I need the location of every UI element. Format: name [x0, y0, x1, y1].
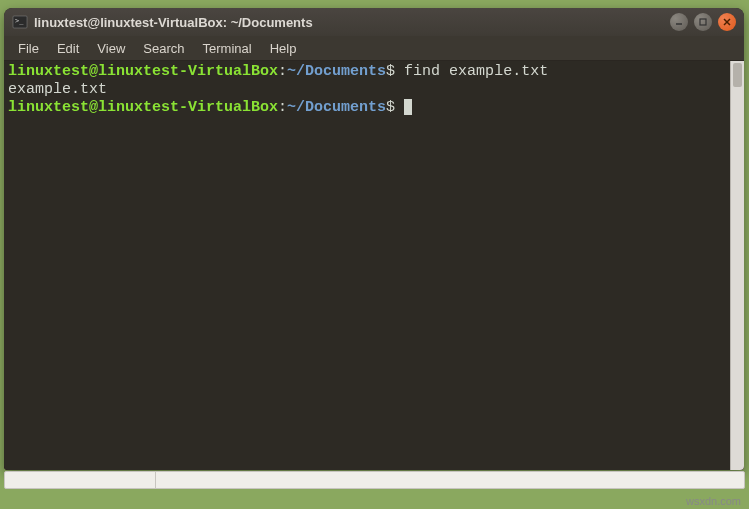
- terminal-line: example.txt: [8, 81, 726, 99]
- minimize-button[interactable]: [670, 13, 688, 31]
- prompt-colon: :: [278, 63, 287, 80]
- terminal-line: linuxtest@linuxtest-VirtualBox:~/Documen…: [8, 99, 726, 117]
- desktop-panel: [4, 471, 745, 489]
- terminal-icon: >_: [12, 14, 28, 30]
- menu-help[interactable]: Help: [262, 38, 305, 59]
- watermark: wsxdn.com: [686, 495, 741, 507]
- command-text: [395, 99, 404, 116]
- window-title: linuxtest@linuxtest-VirtualBox: ~/Docume…: [34, 15, 670, 30]
- maximize-button[interactable]: [694, 13, 712, 31]
- close-button[interactable]: [718, 13, 736, 31]
- terminal-content[interactable]: linuxtest@linuxtest-VirtualBox:~/Documen…: [4, 61, 730, 470]
- menu-terminal[interactable]: Terminal: [195, 38, 260, 59]
- svg-text:>_: >_: [15, 17, 24, 25]
- prompt-colon: :: [278, 99, 287, 116]
- prompt-path: ~/Documents: [287, 99, 386, 116]
- prompt-path: ~/Documents: [287, 63, 386, 80]
- menu-file[interactable]: File: [10, 38, 47, 59]
- menu-edit[interactable]: Edit: [49, 38, 87, 59]
- svg-rect-3: [700, 19, 706, 25]
- window-controls: [670, 13, 736, 31]
- terminal-line: linuxtest@linuxtest-VirtualBox:~/Documen…: [8, 63, 726, 81]
- titlebar[interactable]: >_ linuxtest@linuxtest-VirtualBox: ~/Doc…: [4, 8, 744, 36]
- prompt-user: linuxtest@linuxtest-VirtualBox: [8, 63, 278, 80]
- menu-search[interactable]: Search: [135, 38, 192, 59]
- terminal-window: >_ linuxtest@linuxtest-VirtualBox: ~/Doc…: [4, 8, 744, 470]
- scroll-thumb[interactable]: [733, 63, 742, 87]
- command-text: find example.txt: [395, 63, 548, 80]
- panel-divider: [155, 472, 156, 488]
- prompt-dollar: $: [386, 99, 395, 116]
- menubar: File Edit View Search Terminal Help: [4, 36, 744, 61]
- scrollbar[interactable]: [730, 61, 744, 470]
- cursor: [404, 99, 412, 115]
- terminal-body: linuxtest@linuxtest-VirtualBox:~/Documen…: [4, 61, 744, 470]
- prompt-dollar: $: [386, 63, 395, 80]
- prompt-user: linuxtest@linuxtest-VirtualBox: [8, 99, 278, 116]
- menu-view[interactable]: View: [89, 38, 133, 59]
- output-text: example.txt: [8, 81, 107, 98]
